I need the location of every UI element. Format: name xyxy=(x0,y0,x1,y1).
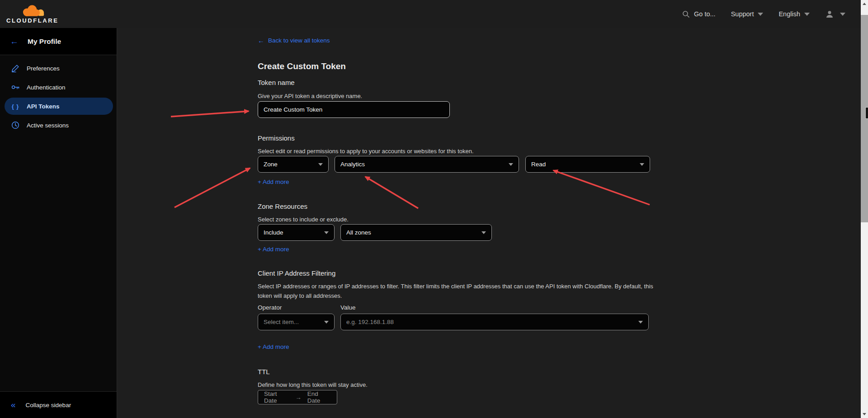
zone-mode-select[interactable]: Include xyxy=(258,224,335,241)
token-name-description: Give your API token a descriptive name. xyxy=(258,91,362,101)
token-name-input[interactable] xyxy=(258,101,450,118)
ip-filtering-description: Select IP addresses or ranges of IP addr… xyxy=(258,282,656,301)
permission-service-select[interactable]: Analytics xyxy=(335,156,519,173)
collapse-sidebar-button[interactable]: « Collapse sidebar xyxy=(0,391,117,418)
zone-mode-value: Include xyxy=(264,229,283,236)
operator-placeholder: Select item... xyxy=(264,319,299,325)
ip-value-placeholder: e.g. 192.168.1.88 xyxy=(346,319,394,325)
back-link-label: Back to view all tokens xyxy=(268,37,330,44)
ttl-date-range-picker[interactable]: Start Date → End Date xyxy=(258,390,337,404)
ip-filtering-add-more-link[interactable]: + Add more xyxy=(258,343,289,350)
chevron-down-icon xyxy=(804,13,810,16)
sidebar-item-label: Active sessions xyxy=(27,122,69,129)
permissions-label: Permissions xyxy=(258,134,295,142)
permission-access-value: Read xyxy=(531,161,546,168)
add-more-label: + Add more xyxy=(258,343,289,350)
start-date-placeholder: Start Date xyxy=(264,390,289,404)
ttl-description: Define how long this token will stay act… xyxy=(258,380,368,390)
permissions-add-more-link[interactable]: + Add more xyxy=(258,178,289,185)
zone-resources-label: Zone Resources xyxy=(258,202,307,210)
sidebar-item-authentication[interactable]: Authentication xyxy=(5,79,113,96)
sidebar-item-label: API Tokens xyxy=(27,103,60,110)
chevron-down-icon xyxy=(840,13,845,16)
add-more-label: + Add more xyxy=(258,178,289,185)
add-more-label: + Add more xyxy=(258,246,289,253)
sidebar-back-my-profile[interactable]: ← My Profile xyxy=(0,28,117,55)
triangle-up-icon xyxy=(863,3,866,5)
chevron-down-icon xyxy=(318,163,323,166)
permissions-description: Select edit or read permissions to apply… xyxy=(258,146,474,156)
sidebar-item-label: Preferences xyxy=(27,65,60,72)
ip-filtering-label: Client IP Address Filtering xyxy=(258,269,335,277)
scrollbar-up-button[interactable] xyxy=(861,0,868,8)
goto-search[interactable]: Go to... xyxy=(682,10,716,18)
sidebar-item-api-tokens[interactable]: { } API Tokens xyxy=(5,98,113,115)
permission-access-select[interactable]: Read xyxy=(525,156,650,173)
zone-resources-description: Select zones to include or exclude. xyxy=(258,215,349,224)
goto-label: Go to... xyxy=(694,10,716,18)
support-label: Support xyxy=(731,10,754,18)
arrow-right-icon: → xyxy=(295,394,302,401)
language-menu[interactable]: English xyxy=(778,10,810,18)
sidebar-item-preferences[interactable]: Preferences xyxy=(5,60,113,77)
chevron-down-icon xyxy=(481,231,486,234)
ip-value-input[interactable]: e.g. 192.168.1.88 xyxy=(340,314,649,330)
chevron-down-icon xyxy=(640,163,644,166)
zones-select[interactable]: All zones xyxy=(340,224,492,241)
sidebar: ← My Profile Preferences Authenti xyxy=(0,28,117,418)
arrow-to-zone-select xyxy=(175,168,250,207)
topbar: CLOUDFLARE Go to... Support English xyxy=(0,0,868,28)
sidebar-item-active-sessions[interactable]: Active sessions xyxy=(5,117,113,134)
arrow-to-token-name-input xyxy=(171,111,249,117)
clock-icon xyxy=(11,121,20,129)
end-date-placeholder: End Date xyxy=(307,390,331,404)
value-label: Value xyxy=(340,304,356,311)
permission-service-value: Analytics xyxy=(340,161,365,168)
zones-value: All zones xyxy=(346,229,371,236)
cloudflare-cloud-icon xyxy=(19,5,46,17)
annotation-arrows xyxy=(0,0,868,418)
arrow-to-analytics-select xyxy=(365,177,418,208)
operator-label: Operator xyxy=(258,304,282,311)
chevron-down-icon xyxy=(324,231,329,234)
page-title: Create Custom Token xyxy=(258,61,346,71)
topbar-menu: Go to... Support English xyxy=(682,0,845,28)
account-menu[interactable] xyxy=(825,10,845,19)
ttl-label: TTL xyxy=(258,368,270,376)
vertical-scrollbar[interactable] xyxy=(861,0,868,418)
back-arrow-icon: ← xyxy=(10,37,19,47)
arrow-to-read-select xyxy=(553,170,650,205)
chevron-down-icon xyxy=(758,13,763,16)
scrollbar-down-button[interactable] xyxy=(861,410,868,418)
sidebar-nav: Preferences Authentication { } API Token… xyxy=(0,55,117,134)
search-icon xyxy=(682,10,690,18)
pencil-icon xyxy=(11,64,20,72)
collapse-label: Collapse sidebar xyxy=(26,402,71,409)
chevron-down-icon xyxy=(324,321,329,324)
user-icon xyxy=(825,10,834,19)
operator-select[interactable]: Select item... xyxy=(258,314,335,330)
support-menu[interactable]: Support xyxy=(731,10,764,18)
sidebar-title: My Profile xyxy=(28,38,61,46)
token-name-label: Token name xyxy=(258,79,295,86)
chevron-down-icon xyxy=(638,321,643,324)
braces-icon: { } xyxy=(11,103,20,110)
chevron-down-icon xyxy=(509,163,513,166)
permission-scope-value: Zone xyxy=(264,161,278,168)
cloudflare-logo[interactable]: CLOUDFLARE xyxy=(6,5,59,24)
language-label: English xyxy=(778,10,800,18)
back-arrow-icon: ← xyxy=(258,37,264,44)
zone-resources-add-more-link[interactable]: + Add more xyxy=(258,246,289,253)
logo-wordmark: CLOUDFLARE xyxy=(6,17,59,24)
collapse-chevrons-icon: « xyxy=(11,400,16,410)
triangle-down-icon xyxy=(863,413,866,415)
mouse-cursor xyxy=(865,107,868,119)
permission-scope-select[interactable]: Zone xyxy=(258,156,329,173)
back-to-tokens-link[interactable]: ← Back to view all tokens xyxy=(258,37,330,44)
key-icon xyxy=(11,83,20,91)
sidebar-item-label: Authentication xyxy=(27,84,66,91)
